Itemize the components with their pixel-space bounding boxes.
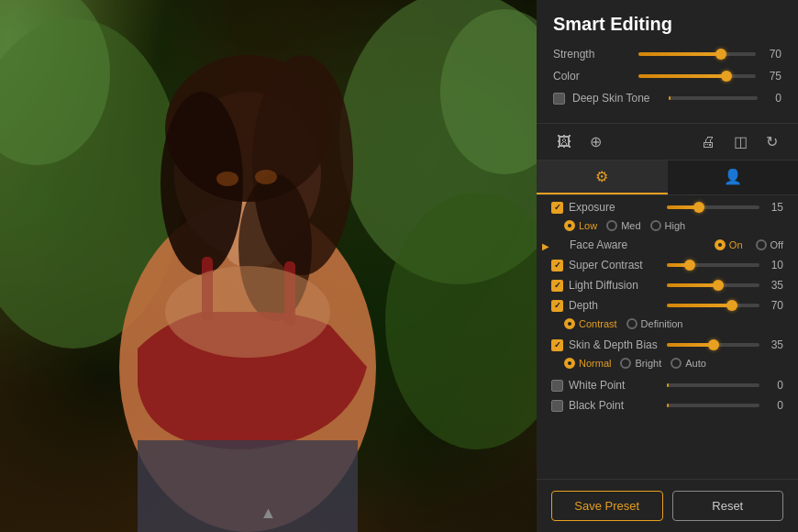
skin-depth-value: 35 [765,338,783,351]
depth-value: 70 [765,299,783,312]
super-contrast-track[interactable] [667,263,759,267]
black-point-row: Black Point 0 [537,395,798,416]
black-point-value: 0 [765,399,783,412]
exposure-value: 15 [765,201,783,214]
skin-normal-radio[interactable]: Normal [564,358,611,369]
depth-row: Depth 70 [537,295,798,316]
exposure-high-radio[interactable]: High [650,220,686,231]
exposure-track[interactable] [667,205,759,209]
skin-bright-radio[interactable]: Bright [620,358,661,369]
deep-skin-tone-track[interactable] [669,96,758,100]
white-point-track[interactable] [667,383,759,387]
depth-checkbox[interactable] [551,300,563,312]
depth-contrast-radio[interactable]: Contrast [564,318,617,329]
deep-skin-tone-checkbox[interactable] [553,93,565,105]
super-contrast-row: Super Contrast 10 [537,255,798,275]
skin-normal-circle [564,358,575,369]
deep-skin-tone-label: Deep Skin Tone [572,92,661,105]
image-panel: ▲ [0,0,537,532]
exposure-label: Exposure [569,201,661,214]
expand-arrow-icon: ▲ [260,504,277,523]
skin-bright-label: Bright [635,358,661,369]
bottom-buttons: Save Preset Reset [537,479,798,532]
face-aware-row: ▶ Face Aware On Off [537,237,798,255]
depth-definition-circle [626,318,637,329]
skin-bright-circle [620,358,631,369]
super-contrast-label: Super Contrast [569,259,661,272]
exposure-high-circle [650,220,661,231]
skin-auto-radio[interactable]: Auto [671,358,706,369]
svg-point-14 [255,170,277,184]
skin-normal-label: Normal [579,358,611,369]
tab-sliders[interactable]: ⚙ [537,161,668,194]
exposure-low-radio[interactable]: Low [564,220,597,231]
skin-depth-row: Skin & Depth Bias 35 [537,335,798,355]
light-diffusion-label: Light Diffusion [569,279,661,292]
face-aware-expand: ▶ [542,241,549,251]
svg-point-13 [216,172,238,186]
strength-label: Strength [553,48,631,61]
color-value: 75 [763,70,781,83]
svg-rect-18 [138,440,358,532]
color-track[interactable] [638,74,756,78]
skin-auto-circle [671,358,682,369]
exposure-med-circle [606,220,617,231]
exposure-row: Exposure 15 [537,195,798,217]
skin-depth-radio-group: Normal Bright Auto [537,355,798,374]
deep-skin-tone-row: Deep Skin Tone 0 [553,92,781,105]
super-contrast-checkbox[interactable] [551,260,563,272]
face-aware-on-radio[interactable]: On [715,239,743,250]
face-aware-off-radio[interactable]: Off [756,239,783,250]
face-aware-off-label: Off [770,239,783,250]
skin-depth-track[interactable] [667,343,759,347]
tab-sliders-icon: ⚙ [595,169,608,184]
super-contrast-value: 10 [765,259,783,272]
tab-row: ⚙ 👤 [537,161,798,195]
tab-person-icon: 👤 [724,169,742,184]
depth-definition-radio[interactable]: Definition [626,318,683,329]
scroll-content: Exposure 15 Low Med High ▶ [537,195,798,479]
top-section: Smart Editing Strength 70 Color 75 Deep … [537,0,798,124]
toolbar: 🖼 ⊕ 🖨 ◫ ↻ [537,124,798,161]
black-point-label: Black Point [569,399,661,412]
white-point-label: White Point [569,379,661,392]
reset-button[interactable]: Reset [672,491,784,521]
image-icon[interactable]: 🖼 [553,132,575,152]
exposure-med-label: Med [621,220,640,231]
black-point-checkbox[interactable] [551,400,563,412]
white-point-row: White Point 0 [537,374,798,395]
tab-person[interactable]: 👤 [668,161,799,194]
compare-icon[interactable]: ◫ [730,131,751,152]
exposure-med-radio[interactable]: Med [606,220,640,231]
skin-auto-label: Auto [685,358,706,369]
svg-point-17 [165,266,330,358]
panel-title: Smart Editing [553,14,781,35]
skin-depth-checkbox[interactable] [551,339,563,351]
depth-track[interactable] [667,304,759,307]
depth-definition-label: Definition [641,318,683,329]
save-preset-button[interactable]: Save Preset [551,491,663,521]
light-diffusion-row: Light Diffusion 35 [537,275,798,295]
crop-icon[interactable]: ⊕ [586,131,605,152]
white-point-checkbox[interactable] [551,380,563,392]
exposure-checkbox[interactable] [551,202,563,214]
exposure-radio-group: Low Med High [537,217,798,237]
depth-contrast-circle [564,318,575,329]
print-icon[interactable]: 🖨 [697,132,719,152]
face-aware-label: Face Aware [570,238,709,251]
light-diffusion-value: 35 [765,279,783,292]
deep-skin-tone-value: 0 [765,92,781,105]
refresh-icon[interactable]: ↻ [762,131,781,152]
strength-slider-row: Strength 70 [553,48,781,61]
white-point-value: 0 [765,379,783,392]
strength-track[interactable] [638,52,756,56]
light-diffusion-checkbox[interactable] [551,280,563,292]
black-point-track[interactable] [667,404,759,407]
depth-label: Depth [569,299,661,312]
depth-contrast-label: Contrast [579,318,617,329]
face-aware-on-circle [715,239,726,250]
strength-value: 70 [763,48,781,61]
exposure-low-label: Low [579,220,597,231]
color-label: Color [553,70,631,83]
light-diffusion-track[interactable] [667,283,759,287]
